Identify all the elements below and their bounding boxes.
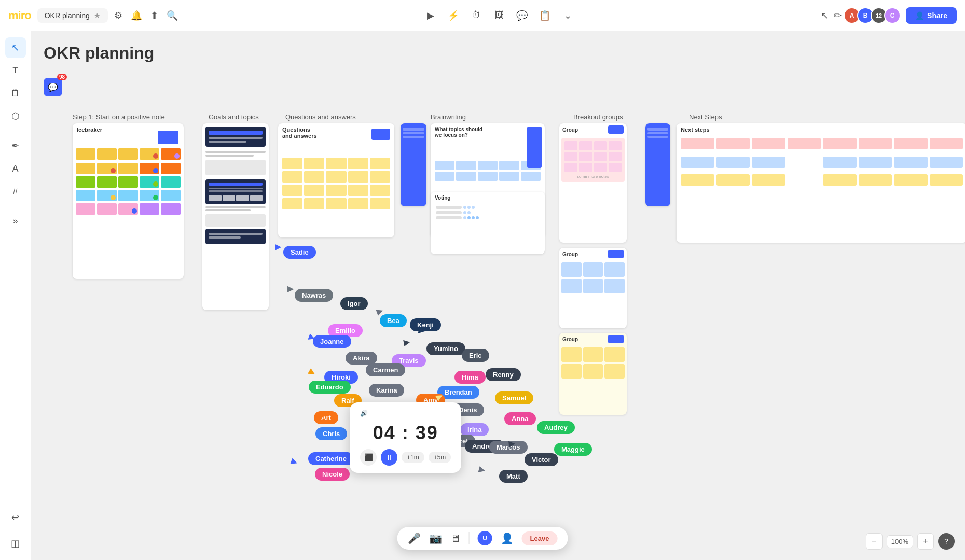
select-tool[interactable]: ↖ <box>5 37 26 58</box>
voting-row-2 <box>436 211 540 214</box>
nsy2 <box>716 174 750 186</box>
vr1-bar <box>436 206 462 209</box>
sadie-label: Sadie <box>283 246 316 259</box>
nss5 <box>823 138 857 149</box>
nsb5s <box>859 157 892 168</box>
section-label-1: Step 1: Start on a positive note <box>73 113 165 121</box>
bg2s6 <box>604 279 625 293</box>
search-icon[interactable]: 🔍 <box>167 10 178 21</box>
timer-stop-btn[interactable]: ⬛ <box>360 449 377 466</box>
voting-title: Voting <box>431 192 545 204</box>
nss3 <box>752 138 785 149</box>
nss8 <box>930 138 963 149</box>
frame-tool[interactable]: # <box>5 181 26 202</box>
section-label-2: Goals and topics <box>209 113 259 121</box>
more-center-btn[interactable]: ⌄ <box>558 6 577 25</box>
bg1-label: some more notes <box>564 174 622 179</box>
timer-controls: ⬛ ⏸ +1m +5m <box>360 449 451 466</box>
board-name-pill[interactable]: OKR planning ★ <box>37 8 108 23</box>
cursor-9: ▶ <box>478 464 487 475</box>
pen-tool[interactable]: ✒ <box>5 135 26 156</box>
arrow-tool[interactable]: A <box>5 158 26 179</box>
cursor-icon: ↖ <box>821 10 829 21</box>
more-tools[interactable]: » <box>5 211 26 231</box>
p1 <box>76 203 95 215</box>
screen-share-btn[interactable]: 🖥 <box>450 533 461 544</box>
kenji-label: Kenji <box>410 318 441 331</box>
cursor-8: ▶ <box>434 390 444 402</box>
timer-btn-top[interactable]: ⏱ <box>467 6 486 25</box>
qy19 <box>348 198 368 209</box>
sticky-grid-3 <box>73 175 184 189</box>
carmen-label: Carmen <box>366 363 405 376</box>
present-btn[interactable]: 💬 <box>513 6 531 25</box>
timer-add5-btn[interactable]: +5m <box>429 452 451 463</box>
topbar-icons: ⚙ 🔔 ⬆ 🔍 <box>114 10 178 21</box>
avatar-stack: A B 12 C <box>847 7 901 24</box>
bg1s7 <box>594 152 607 161</box>
camera-btn[interactable]: 📷 <box>429 532 442 544</box>
pen-icon: ✏ <box>834 10 842 21</box>
qy3 <box>326 158 346 169</box>
b5 <box>161 190 181 201</box>
cursor-6: ▶ <box>319 409 327 420</box>
renny-label: Renny <box>486 368 521 381</box>
goals-frame <box>202 123 269 310</box>
arrow-right-btn[interactable]: ▶ <box>421 6 440 25</box>
qy16 <box>282 198 302 209</box>
qy14 <box>348 185 368 196</box>
chat-badge[interactable]: 💬 <box>44 78 62 96</box>
bg3-grid <box>561 347 625 362</box>
zoom-in-btn[interactable]: + <box>917 533 934 550</box>
zoom-out-btn[interactable]: − <box>866 533 883 550</box>
t1 <box>140 176 159 188</box>
shape-tool[interactable]: ⬡ <box>5 106 26 127</box>
cursor-1: ▶ <box>308 331 317 343</box>
timer-pause-btn[interactable]: ⏸ <box>381 449 397 466</box>
qab3 <box>403 136 424 138</box>
notifications-icon[interactable]: 🔔 <box>131 10 142 21</box>
image-btn[interactable]: 🖼 <box>490 6 508 25</box>
nsb2 <box>647 132 668 134</box>
bg1s4 <box>609 141 622 150</box>
qa-blue-card <box>371 129 390 140</box>
panel-toggle[interactable]: ◫ <box>5 533 26 554</box>
settings-icon[interactable]: ⚙ <box>114 10 122 21</box>
note-tool[interactable]: 🗒 <box>5 83 26 104</box>
share-button[interactable]: 👤 Share <box>906 7 957 24</box>
akira-label: Akira <box>346 352 377 365</box>
mic-btn[interactable]: 🎤 <box>408 532 421 544</box>
ig1 <box>209 195 222 201</box>
help-btn[interactable]: ? <box>938 533 955 550</box>
bg1-pink: some more notes <box>561 138 625 182</box>
star-icon[interactable]: ★ <box>94 11 101 20</box>
vr2-dots <box>463 211 471 214</box>
goals-text-section <box>205 149 266 177</box>
section-label-3: Questions and answers <box>285 113 356 121</box>
vr3-bar <box>436 216 462 219</box>
ns-grid-2 <box>677 156 965 169</box>
vr1-dots <box>463 206 475 209</box>
lightning-btn[interactable]: ⚡ <box>444 6 463 25</box>
qy8 <box>326 171 346 183</box>
sticky-grid-1 <box>73 146 184 162</box>
section-label-6: Next Steps <box>689 113 722 121</box>
emilio-label: Emilio <box>328 324 363 337</box>
share-upload-icon[interactable]: ⬆ <box>150 10 158 21</box>
bwb1 <box>435 161 454 170</box>
b4 <box>140 190 159 201</box>
breakout-1: Group some more notes <box>559 123 627 243</box>
catherine-label: Catherine <box>308 452 354 465</box>
text-tool[interactable]: T <box>5 60 26 81</box>
notes-btn[interactable]: 📋 <box>535 6 554 25</box>
nicole-label: Nicole <box>315 468 350 481</box>
undo-tool[interactable]: ↩ <box>5 507 26 528</box>
avatar-last: C <box>884 7 901 24</box>
leave-btn[interactable]: Leave <box>522 531 558 545</box>
participants-btn[interactable]: 👤 <box>501 532 514 544</box>
timer-add1-btn[interactable]: +1m <box>402 452 424 463</box>
gl2 <box>205 155 254 157</box>
bg1s9 <box>564 163 577 172</box>
bg2-header: Group <box>559 248 627 260</box>
sticky-grid-4 <box>73 189 184 202</box>
